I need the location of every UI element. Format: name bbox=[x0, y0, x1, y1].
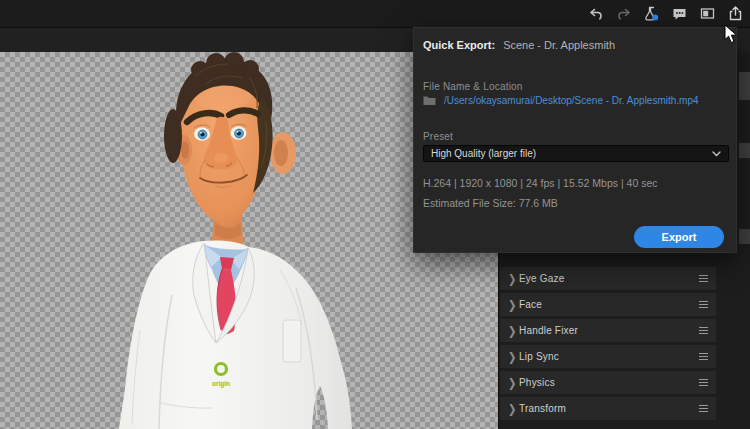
origin-logo-text: origin bbox=[212, 380, 230, 388]
preset-dropdown[interactable]: High Quality (larger file) bbox=[423, 145, 729, 162]
behavior-label: Eye Gaze bbox=[519, 273, 699, 284]
chevron-right-icon[interactable]: ❯ bbox=[508, 402, 519, 415]
behavior-row-handle-fixer[interactable]: ❯ Handle Fixer bbox=[500, 319, 716, 342]
panel-view-icon[interactable] bbox=[699, 5, 716, 22]
behavior-row-physics[interactable]: ❯ Physics bbox=[500, 371, 716, 394]
menu-icon[interactable] bbox=[699, 327, 708, 335]
menu-icon[interactable] bbox=[699, 405, 708, 413]
menu-icon[interactable] bbox=[699, 379, 708, 387]
behavior-row-lip-sync[interactable]: ❯ Lip Sync bbox=[500, 345, 716, 368]
scrollbar-fragment[interactable] bbox=[739, 229, 750, 244]
share-export-icon[interactable] bbox=[727, 5, 744, 22]
chevron-right-icon[interactable]: ❯ bbox=[508, 324, 519, 337]
chevron-right-icon[interactable]: ❯ bbox=[508, 350, 519, 363]
undo-icon[interactable] bbox=[587, 5, 604, 22]
quick-export-scene-name: Scene - Dr. Applesmith bbox=[503, 39, 615, 51]
behavior-row-eye-gaze[interactable]: ❯ Eye Gaze bbox=[500, 267, 716, 290]
export-button[interactable]: Export bbox=[634, 226, 724, 248]
preset-label: Preset bbox=[423, 131, 453, 142]
folder-icon bbox=[423, 95, 436, 106]
file-path-link[interactable]: /Users/okaysamurai/Desktop/Scene - Dr. A… bbox=[444, 95, 699, 106]
chevron-right-icon[interactable]: ❯ bbox=[508, 376, 519, 389]
quick-export-popup: Quick Export: Scene - Dr. Applesmith Fil… bbox=[413, 27, 737, 253]
preset-value: High Quality (larger file) bbox=[424, 148, 712, 159]
top-toolbar bbox=[0, 0, 750, 28]
feedback-icon[interactable] bbox=[671, 5, 688, 22]
scrollbar-fragment[interactable] bbox=[739, 72, 750, 100]
behavior-row-transform[interactable]: ❯ Transform bbox=[500, 397, 716, 420]
behavior-label: Physics bbox=[519, 377, 699, 388]
menu-icon[interactable] bbox=[699, 353, 708, 361]
behavior-label: Face bbox=[519, 299, 699, 310]
behavior-label: Lip Sync bbox=[519, 351, 699, 362]
estimated-file-size: Estimated File Size: 77.6 MB bbox=[423, 197, 558, 209]
quick-export-title: Quick Export: bbox=[423, 39, 495, 51]
file-section-label: File Name & Location bbox=[423, 81, 523, 92]
scrollbar-fragment[interactable] bbox=[739, 143, 750, 158]
behavior-label: Handle Fixer bbox=[519, 325, 699, 336]
quick-export-header: Quick Export: Scene - Dr. Applesmith bbox=[423, 39, 615, 51]
export-specs: H.264 | 1920 x 1080 | 24 fps | 15.52 Mbp… bbox=[423, 177, 657, 189]
chevron-down-icon bbox=[712, 151, 721, 157]
coat-chest-pocket bbox=[283, 320, 301, 362]
beta-flask-icon[interactable] bbox=[643, 5, 660, 22]
chevron-right-icon[interactable]: ❯ bbox=[508, 272, 519, 285]
behavior-row-face[interactable]: ❯ Face bbox=[500, 293, 716, 316]
chevron-right-icon[interactable]: ❯ bbox=[508, 298, 519, 311]
redo-icon[interactable] bbox=[615, 5, 632, 22]
menu-icon[interactable] bbox=[699, 275, 708, 283]
behavior-label: Transform bbox=[519, 403, 699, 414]
behavior-list: ❯ Eye Gaze ❯ Face ❯ Handle Fixer ❯ Lip S… bbox=[500, 267, 716, 423]
menu-icon[interactable] bbox=[699, 301, 708, 309]
toolbar-icon-group bbox=[587, 0, 744, 27]
